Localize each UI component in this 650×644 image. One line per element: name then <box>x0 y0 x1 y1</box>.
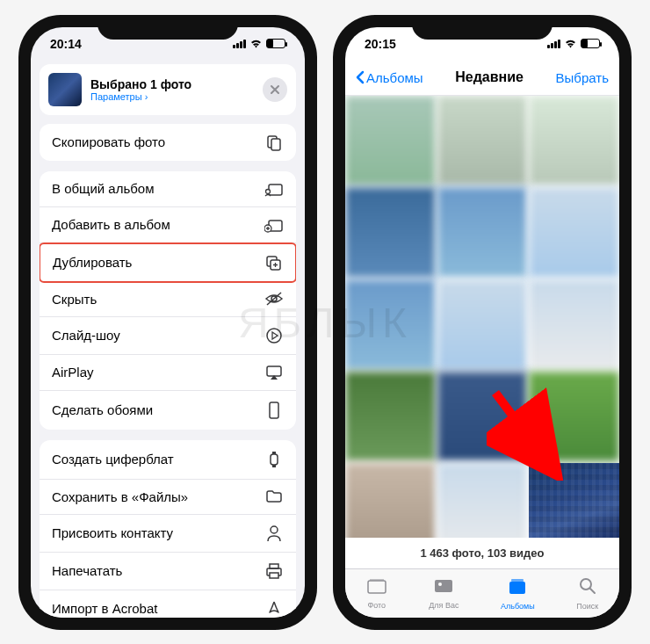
action-label: В общий альбом <box>52 181 155 196</box>
tab-search[interactable]: Поиск <box>576 576 598 611</box>
photo-thumbnail <box>48 73 82 106</box>
foryou-tab-icon <box>433 577 454 599</box>
svg-rect-2 <box>269 185 282 195</box>
phone-right: 20:15 Альбомы Недавние Выбрать <box>333 15 632 630</box>
status-indicators <box>233 37 285 51</box>
photo-thumbnail[interactable] <box>345 463 436 537</box>
tab-label: Для Вас <box>429 601 459 610</box>
share-header: Выбрано 1 фото Параметры › <box>40 64 296 115</box>
wifi-icon <box>249 37 263 51</box>
action-row-hide[interactable]: Скрыть <box>40 282 296 317</box>
status-indicators <box>547 37 600 51</box>
share-options-link[interactable]: Параметры › <box>90 91 254 102</box>
photo-thumbnail[interactable] <box>529 96 619 186</box>
status-time: 20:15 <box>365 37 396 51</box>
svg-point-10 <box>267 329 281 343</box>
photo-thumbnail[interactable] <box>437 372 528 462</box>
photo-thumbnail[interactable] <box>437 279 528 370</box>
slideshow-icon <box>264 327 284 344</box>
print-icon <box>264 562 284 580</box>
select-button[interactable]: Выбрать <box>556 70 609 85</box>
action-row-copy[interactable]: Скопировать фото <box>40 124 296 161</box>
add-album-icon <box>264 217 284 233</box>
action-row-wallpaper[interactable]: Сделать обоями <box>40 391 296 430</box>
back-button[interactable]: Альбомы <box>356 70 423 85</box>
svg-rect-22 <box>368 581 386 593</box>
photo-thumbnail[interactable] <box>345 96 436 186</box>
battery-icon <box>581 39 600 48</box>
svg-rect-14 <box>272 452 276 454</box>
svg-rect-26 <box>509 582 525 594</box>
action-row-files[interactable]: Сохранить в «Файлы» <box>40 480 296 515</box>
svg-rect-12 <box>270 402 278 418</box>
photo-thumbnail[interactable] <box>345 372 436 462</box>
photo-thumbnail[interactable] <box>437 187 528 278</box>
svg-point-25 <box>438 582 442 586</box>
action-row-watchface[interactable]: Создать циферблат <box>40 440 296 480</box>
shared-album-icon <box>264 181 284 197</box>
tab-label: Альбомы <box>501 602 535 611</box>
svg-line-29 <box>590 589 595 593</box>
photo-thumbnail[interactable] <box>345 187 436 278</box>
action-label: Создать циферблат <box>52 452 174 467</box>
wallpaper-icon <box>264 401 284 420</box>
tab-label: Фото <box>367 601 386 610</box>
screen-photos-grid: 20:15 Альбомы Недавние Выбрать <box>345 27 619 618</box>
nav-bar: Альбомы Недавние Выбрать <box>345 61 619 96</box>
svg-line-9 <box>267 293 281 305</box>
photo-grid[interactable] <box>345 96 619 538</box>
photo-thumbnail[interactable] <box>437 463 528 537</box>
files-icon <box>264 489 284 503</box>
action-label: Скрыть <box>52 292 97 307</box>
close-button[interactable] <box>263 77 287 102</box>
phone-left: 20:14 Выбрано 1 фото Параметры › Скопиро… <box>18 15 317 630</box>
action-row-acrobat[interactable]: Импорт в Acrobat <box>40 590 296 618</box>
action-row-print[interactable]: Напечатать <box>40 553 296 590</box>
action-label: Импорт в Acrobat <box>52 601 157 616</box>
tab-photos[interactable]: Фото <box>366 577 387 610</box>
action-label: Скопировать фото <box>52 134 165 149</box>
action-label: Присвоить контакту <box>52 525 173 540</box>
albums-tab-icon <box>507 576 528 600</box>
photos-tab-icon <box>366 577 387 599</box>
svg-rect-11 <box>267 366 281 376</box>
action-row-slideshow[interactable]: Слайд-шоу <box>40 317 296 355</box>
action-group: Создать циферблатСохранить в «Файлы»Прис… <box>40 440 296 618</box>
svg-rect-24 <box>435 580 452 592</box>
action-group: В общий альбомДобавить в альбомДублирова… <box>40 171 296 430</box>
action-label: AirPlay <box>52 365 94 380</box>
photo-thumbnail[interactable] <box>529 187 619 278</box>
watchface-icon <box>264 450 284 469</box>
screen-share-sheet: 20:14 Выбрано 1 фото Параметры › Скопиро… <box>31 27 305 618</box>
action-row-shared-album[interactable]: В общий альбом <box>40 171 296 207</box>
action-label: Сделать обоями <box>52 402 153 417</box>
tab-albums[interactable]: Альбомы <box>501 576 535 611</box>
photo-thumbnail-duplicate[interactable] <box>529 463 619 537</box>
action-row-contact[interactable]: Присвоить контакту <box>40 515 296 553</box>
photo-thumbnail[interactable] <box>345 279 436 370</box>
photo-thumbnail[interactable] <box>529 372 619 462</box>
svg-point-3 <box>266 189 271 193</box>
svg-rect-1 <box>271 139 280 150</box>
action-row-duplicate[interactable]: Дублировать <box>40 242 296 283</box>
photo-thumbnail[interactable] <box>437 96 528 186</box>
svg-rect-19 <box>270 573 278 578</box>
wifi-icon <box>564 37 577 51</box>
tab-foryou[interactable]: Для Вас <box>429 577 459 610</box>
action-row-add-album[interactable]: Добавить в альбом <box>40 207 296 243</box>
action-group: Скопировать фото <box>40 124 296 161</box>
svg-point-16 <box>271 526 278 533</box>
airplay-icon <box>264 365 284 380</box>
svg-point-28 <box>581 579 591 590</box>
svg-rect-13 <box>271 454 278 465</box>
action-label: Слайд-шоу <box>52 328 120 343</box>
svg-rect-27 <box>511 579 524 582</box>
photo-thumbnail[interactable] <box>529 279 619 370</box>
tab-label: Поиск <box>576 602 598 611</box>
cellular-icon <box>547 40 560 48</box>
search-tab-icon <box>578 576 597 600</box>
share-actions-list[interactable]: Скопировать фотоВ общий альбомДобавить в… <box>31 124 305 618</box>
svg-rect-23 <box>370 579 384 581</box>
action-row-airplay[interactable]: AirPlay <box>40 355 296 391</box>
action-label: Добавить в альбом <box>52 217 170 232</box>
